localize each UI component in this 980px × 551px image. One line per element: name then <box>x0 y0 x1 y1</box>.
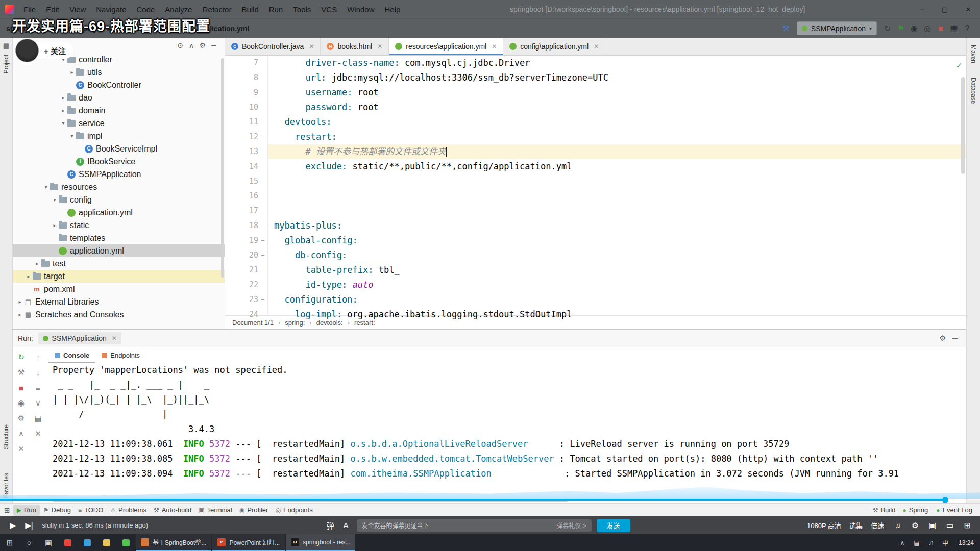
settings-icon[interactable]: ⚙ <box>197 40 208 51</box>
send-danmaku-button[interactable]: 发送 <box>597 519 630 532</box>
tree-item-ibookservice[interactable]: IIBookService <box>13 155 225 168</box>
uploader-avatar[interactable] <box>15 39 39 62</box>
volume-icon[interactable]: ♫ <box>924 534 938 551</box>
fold-marker-icon[interactable]: − <box>258 248 267 263</box>
danmaku-input[interactable]: 发个友善的弹幕见证当下 弹幕礼仪 > <box>357 519 592 532</box>
tray-expand-icon[interactable]: ∧ <box>895 534 910 551</box>
tree-item-scratches-and-consoles[interactable]: ▸▤Scratches and Consoles <box>13 308 225 321</box>
mini-player-icon[interactable]: ▣ <box>927 519 938 532</box>
folder-icon[interactable] <box>97 534 116 551</box>
tree-item-bookcontroller[interactable]: CBookController <box>13 79 225 91</box>
locate-file-icon[interactable]: ⊙ <box>175 40 186 51</box>
play-icon[interactable]: ▶ <box>7 519 18 532</box>
tree-collapsed-icon[interactable]: ▸ <box>68 69 76 75</box>
tree-item-config[interactable]: ▾config <box>13 193 225 206</box>
tree-item-utils[interactable]: ▸utils <box>13 66 225 79</box>
view-tab-console[interactable]: Console <box>48 347 95 363</box>
code-line-10[interactable]: password: root <box>274 100 966 115</box>
clear-all-icon[interactable]: ✕ <box>33 428 44 439</box>
task-view-icon[interactable]: ▣ <box>39 534 58 551</box>
tab-bookcontroller-java[interactable]: CBookController.java✕ <box>225 38 321 55</box>
statusbar-profiler[interactable]: ◉Profiler <box>236 505 272 516</box>
tab-config-application-yml[interactable]: config\application.yml✕ <box>503 38 605 55</box>
speed-button[interactable]: 倍速 <box>871 520 884 530</box>
tree-collapsed-icon[interactable]: ▸ <box>16 312 24 317</box>
tab-close-icon[interactable]: ✕ <box>309 43 314 50</box>
code-line-16[interactable] <box>274 189 966 204</box>
tree-collapsed-icon[interactable]: ▸ <box>51 222 59 228</box>
tree-item-templates[interactable]: templates <box>13 232 225 244</box>
tree-item-application-yml[interactable]: application.yml <box>13 206 225 219</box>
menu-vcs[interactable]: VCS <box>316 0 342 18</box>
inspection-ok-icon[interactable]: ✓ <box>957 58 962 73</box>
code-line-12[interactable]: restart: <box>274 130 966 144</box>
tab-close-icon[interactable]: ✕ <box>594 43 599 50</box>
tree-item-application-yml[interactable]: application.yml <box>13 244 225 257</box>
tree-item-target[interactable]: ▸target <box>13 270 225 283</box>
menu-run[interactable]: Run <box>264 0 288 18</box>
tree-collapsed-icon[interactable]: ▸ <box>24 273 33 279</box>
next-episode-icon[interactable]: ▶| <box>23 519 35 532</box>
stripe-maven[interactable]: Maven <box>970 45 977 63</box>
code-line-7[interactable]: driver-class-name: com.mysql.cj.jdbc.Dri… <box>274 56 966 70</box>
tree-item-external-libraries[interactable]: ▸▤External Libraries <box>13 295 225 308</box>
taskbar-app-browser[interactable]: 基于SpringBoot整... <box>136 534 211 551</box>
debug-icon[interactable]: ⚑ <box>894 22 908 35</box>
editor-code[interactable]: driver-class-name: com.mysql.cj.jdbc.Dri… <box>268 56 966 315</box>
statusbar-todo[interactable]: ≡TODO <box>75 505 107 516</box>
tree-item-test[interactable]: ▸test <box>13 257 225 270</box>
wechat-icon[interactable] <box>116 534 136 551</box>
close-icon[interactable]: ✕ <box>16 443 27 455</box>
code-line-11[interactable]: devtools: <box>274 115 966 130</box>
tree-collapsed-icon[interactable]: ▸ <box>59 95 67 101</box>
settings-icon[interactable]: ⚙ <box>910 519 921 532</box>
minimize-button[interactable]: ─ <box>910 0 933 18</box>
console-line[interactable]: / | <box>53 407 966 422</box>
run-config-select[interactable]: SSMPApplication ▾ <box>797 21 877 35</box>
settings-icon[interactable]: ⚙ <box>937 332 949 344</box>
menu-build[interactable]: Build <box>236 0 263 18</box>
editor-scrollbar[interactable] <box>961 77 965 174</box>
statusbar-spring[interactable]: ●Spring <box>899 505 932 516</box>
stripe-favorites[interactable]: Favorites <box>3 473 10 498</box>
tab-close-icon[interactable]: ✕ <box>377 43 382 50</box>
hide-panel-icon[interactable]: ─ <box>949 332 961 344</box>
close-icon[interactable]: ✕ <box>112 335 117 342</box>
rerun-icon[interactable]: ↻ <box>16 352 27 363</box>
search-icon[interactable]: ○ <box>19 534 39 551</box>
menu-help[interactable]: Help <box>380 0 406 18</box>
input-language-indicator[interactable]: 中 <box>938 534 952 551</box>
code-line-17[interactable] <box>274 204 966 218</box>
prev-occurrence-icon[interactable]: ↑ <box>33 352 44 363</box>
tree-item-bookserviceimpl[interactable]: CBookServiceImpl <box>13 142 225 155</box>
code-line-21[interactable]: table-prefix: tbl_ <box>274 263 966 278</box>
build-hammer-icon[interactable]: ⚒ <box>779 22 793 35</box>
tree-item-pom-xml[interactable]: mpom.xml <box>13 283 225 295</box>
code-line-14[interactable]: exclude: static/**,public/**,config/appl… <box>274 159 966 174</box>
console-line[interactable]: 2021-12-13 11:09:38.094 INFO 5372 --- [ … <box>53 466 966 481</box>
statusbar-debug[interactable]: ⚑Debug <box>40 505 75 516</box>
menu-window[interactable]: Window <box>342 0 379 18</box>
tree-item-service[interactable]: ▾service <box>13 117 225 130</box>
statusbar-run[interactable]: ▶Run <box>13 505 40 516</box>
tab-close-icon[interactable]: ✕ <box>492 43 497 50</box>
network-icon[interactable]: ▤ <box>910 534 924 551</box>
scroll-to-end-icon[interactable]: ∨ <box>33 397 44 409</box>
hide-panel-icon[interactable]: ─ <box>208 40 219 51</box>
dump-icon[interactable]: ◉ <box>16 397 27 409</box>
code-line-20[interactable]: db-config: <box>274 248 966 263</box>
danmaku-etiquette-link[interactable]: 弹幕礼仪 > <box>556 521 586 530</box>
tree-expanded-icon[interactable]: ▾ <box>59 120 67 126</box>
fold-marker-icon[interactable]: − <box>258 130 267 144</box>
statusbar-build[interactable]: ⚒Build <box>869 505 899 516</box>
next-occurrence-icon[interactable]: ↓ <box>33 367 44 378</box>
tree-expanded-icon[interactable]: ▾ <box>42 184 50 190</box>
tree-item-dao[interactable]: ▸dao <box>13 91 225 104</box>
taskbar-app-powerpoint[interactable]: PPowerPoint 幻灯... <box>212 534 285 551</box>
tab-books-html[interactable]: Hbooks.html✕ <box>321 38 389 55</box>
event-log-button[interactable]: ● Event Log <box>933 505 976 516</box>
tree-expanded-icon[interactable]: ▾ <box>68 133 76 139</box>
statusbar-endpoints[interactable]: ◎Endpoints <box>272 505 316 516</box>
code-line-18[interactable]: mybatis-plus: <box>274 218 966 233</box>
tree-collapsed-icon[interactable]: ▸ <box>33 261 41 266</box>
